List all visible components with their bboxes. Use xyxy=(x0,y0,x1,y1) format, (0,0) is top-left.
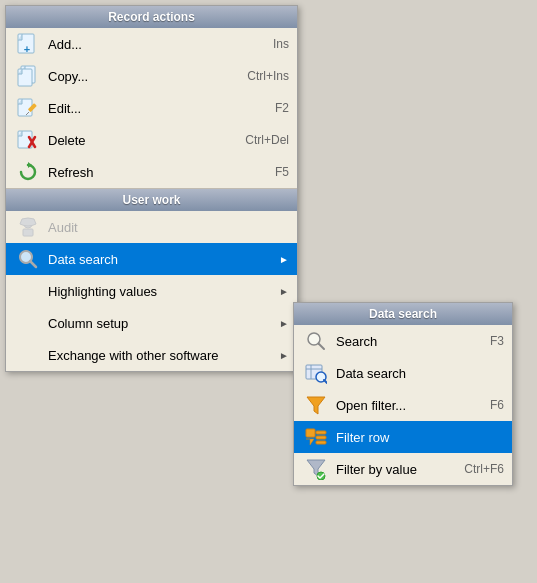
edit-icon xyxy=(14,96,42,120)
columnsetup-arrow: ► xyxy=(279,318,289,329)
add-label: Add... xyxy=(48,37,253,52)
menu-item-exchange[interactable]: Exchange with other software ► xyxy=(6,339,297,371)
delete-icon xyxy=(14,128,42,152)
delete-label: Delete xyxy=(48,133,225,148)
datasearch2-label: Data search xyxy=(336,366,484,381)
filterrow-label: Filter row xyxy=(336,430,484,445)
edit-shortcut: F2 xyxy=(275,101,289,115)
menu-item-audit[interactable]: Audit xyxy=(6,211,297,243)
datasearch-icon xyxy=(14,247,42,271)
add-shortcut: Ins xyxy=(273,37,289,51)
submenu-item-search[interactable]: Search F3 xyxy=(294,325,512,357)
user-work-header: User work xyxy=(6,189,297,211)
refresh-shortcut: F5 xyxy=(275,165,289,179)
submenu-item-filterbyvalue[interactable]: Filter by value Ctrl+F6 xyxy=(294,453,512,485)
filterbyvalue-label: Filter by value xyxy=(336,462,444,477)
svg-line-15 xyxy=(30,261,36,267)
highlighting-icon xyxy=(14,279,42,303)
main-menu: Record actions + Add... Ins Copy... Ctrl… xyxy=(5,5,298,372)
audit-icon xyxy=(14,215,42,239)
add-icon: + xyxy=(14,32,42,56)
svg-line-22 xyxy=(324,380,327,383)
highlighting-label: Highlighting values xyxy=(48,284,279,299)
svg-marker-23 xyxy=(307,397,325,414)
refresh-icon xyxy=(14,160,42,184)
menu-item-refresh[interactable]: Refresh F5 xyxy=(6,156,297,188)
datasearch2-icon xyxy=(302,361,330,385)
menu-item-columnsetup[interactable]: Column setup ► xyxy=(6,307,297,339)
svg-text:+: + xyxy=(24,43,30,55)
openfilter-shortcut: F6 xyxy=(490,398,504,412)
svg-rect-28 xyxy=(316,441,326,444)
datasearch-arrow: ► xyxy=(279,254,289,265)
exchange-icon xyxy=(14,343,42,367)
menu-item-highlighting[interactable]: Highlighting values ► xyxy=(6,275,297,307)
copy-icon xyxy=(14,64,42,88)
menu-item-edit[interactable]: Edit... F2 xyxy=(6,92,297,124)
menu-item-copy[interactable]: Copy... Ctrl+Ins xyxy=(6,60,297,92)
audit-label: Audit xyxy=(48,220,289,235)
columnsetup-label: Column setup xyxy=(48,316,279,331)
filterbyvalue-shortcut: Ctrl+F6 xyxy=(464,462,504,476)
submenu-item-filterrow[interactable]: Filter row xyxy=(294,421,512,453)
refresh-label: Refresh xyxy=(48,165,255,180)
record-actions-header: Record actions xyxy=(6,6,297,28)
menu-item-delete[interactable]: Delete Ctrl+Del xyxy=(6,124,297,156)
columnsetup-icon xyxy=(14,311,42,335)
svg-rect-26 xyxy=(316,431,326,434)
exchange-label: Exchange with other software xyxy=(48,348,279,363)
submenu-item-openfilter[interactable]: Open filter... F6 xyxy=(294,389,512,421)
edit-label: Edit... xyxy=(48,101,255,116)
datasearch-label: Data search xyxy=(48,252,279,267)
svg-rect-24 xyxy=(306,429,315,437)
filterbyvalue-icon xyxy=(302,457,330,481)
menu-item-add[interactable]: + Add... Ins xyxy=(6,28,297,60)
submenu-item-datasearch2[interactable]: Data search xyxy=(294,357,512,389)
search-icon xyxy=(302,329,330,353)
exchange-arrow: ► xyxy=(279,350,289,361)
search-shortcut: F3 xyxy=(490,334,504,348)
copy-label: Copy... xyxy=(48,69,227,84)
svg-rect-12 xyxy=(23,229,33,236)
delete-shortcut: Ctrl+Del xyxy=(245,133,289,147)
filterrow-icon xyxy=(302,425,330,449)
svg-rect-27 xyxy=(316,436,326,439)
menu-item-datasearch[interactable]: Data search ► xyxy=(6,243,297,275)
submenu-datasearch: Data search Search F3 Data search xyxy=(293,302,513,486)
openfilter-label: Open filter... xyxy=(336,398,470,413)
highlighting-arrow: ► xyxy=(279,286,289,297)
search-label: Search xyxy=(336,334,470,349)
svg-marker-25 xyxy=(306,439,314,445)
copy-shortcut: Ctrl+Ins xyxy=(247,69,289,83)
svg-line-17 xyxy=(319,344,325,350)
filter-icon xyxy=(302,393,330,417)
submenu-datasearch-header: Data search xyxy=(294,303,512,325)
